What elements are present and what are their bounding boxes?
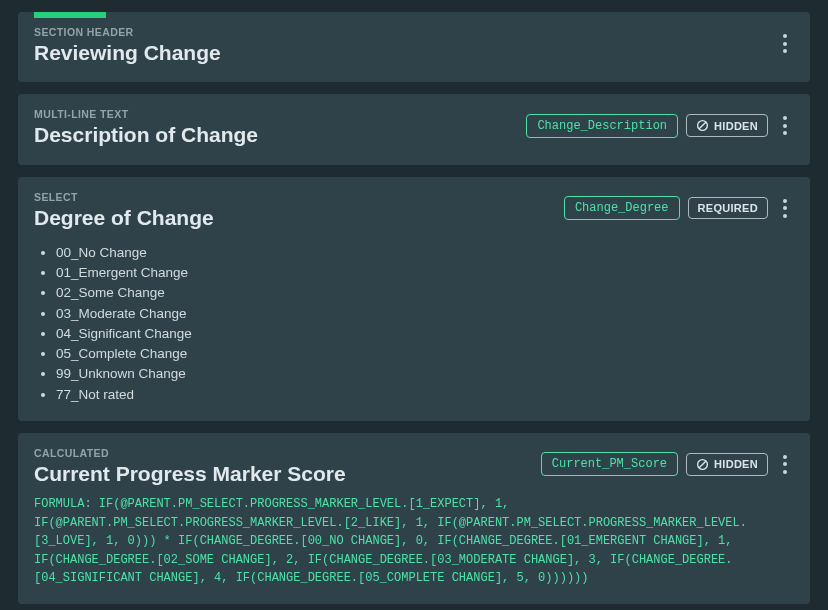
field-title: Current Progress Marker Score xyxy=(34,461,533,487)
field-card-select: SELECT Degree of Change Change_Degree RE… xyxy=(18,177,810,421)
card-header-row: SECTION HEADER Reviewing Change xyxy=(34,26,794,66)
more-options-button[interactable] xyxy=(776,451,794,478)
field-status-text: HIDDEN xyxy=(714,458,758,470)
card-header-left: CALCULATED Current Progress Marker Score xyxy=(34,447,533,487)
list-item: 03_Moderate Change xyxy=(56,304,794,324)
field-type-label: SELECT xyxy=(34,191,556,203)
field-card-calculated: CALCULATED Current Progress Marker Score… xyxy=(18,433,810,604)
field-card-section-header: SECTION HEADER Reviewing Change xyxy=(18,12,810,82)
field-status-text: HIDDEN xyxy=(714,120,758,132)
field-type-label: MULTI-LINE TEXT xyxy=(34,108,518,120)
field-status-text: REQUIRED xyxy=(698,202,758,214)
card-header-left: SELECT Degree of Change xyxy=(34,191,556,231)
more-options-button[interactable] xyxy=(776,195,794,222)
list-item: 01_Emergent Change xyxy=(56,263,794,283)
card-controls: Current_PM_Score HIDDEN xyxy=(541,451,794,478)
accent-bar xyxy=(34,12,106,18)
field-identifier-tag[interactable]: Current_PM_Score xyxy=(541,452,678,476)
more-options-button[interactable] xyxy=(776,30,794,57)
card-header-row: SELECT Degree of Change Change_Degree RE… xyxy=(34,191,794,231)
svg-line-3 xyxy=(699,461,706,468)
ban-icon xyxy=(696,458,709,471)
ban-icon xyxy=(696,119,709,132)
card-header-row: CALCULATED Current Progress Marker Score… xyxy=(34,447,794,487)
field-status-badge[interactable]: HIDDEN xyxy=(686,114,768,137)
field-card-multiline: MULTI-LINE TEXT Description of Change Ch… xyxy=(18,94,810,164)
list-item: 02_Some Change xyxy=(56,283,794,303)
field-title: Description of Change xyxy=(34,122,518,148)
field-identifier-tag[interactable]: Change_Degree xyxy=(564,196,680,220)
card-header-left: SECTION HEADER Reviewing Change xyxy=(34,26,768,66)
svg-line-1 xyxy=(699,122,706,129)
more-options-button[interactable] xyxy=(776,112,794,139)
field-identifier-tag[interactable]: Change_Description xyxy=(526,114,678,138)
field-type-label: SECTION HEADER xyxy=(34,26,768,38)
card-controls xyxy=(776,30,794,57)
list-item: 77_Not rated xyxy=(56,385,794,405)
card-header-left: MULTI-LINE TEXT Description of Change xyxy=(34,108,518,148)
card-controls: Change_Degree REQUIRED xyxy=(564,195,794,222)
list-item: 99_Unknown Change xyxy=(56,364,794,384)
list-item: 00_No Change xyxy=(56,243,794,263)
formula-text: FORMULA: IF(@PARENT.PM_SELECT.PROGRESS_M… xyxy=(34,495,794,588)
card-header-row: MULTI-LINE TEXT Description of Change Ch… xyxy=(34,108,794,148)
field-status-badge[interactable]: REQUIRED xyxy=(688,197,768,219)
field-title: Degree of Change xyxy=(34,205,556,231)
field-title: Reviewing Change xyxy=(34,40,768,66)
card-controls: Change_Description HIDDEN xyxy=(526,112,794,139)
list-item: 05_Complete Change xyxy=(56,344,794,364)
list-item: 04_Significant Change xyxy=(56,324,794,344)
field-type-label: CALCULATED xyxy=(34,447,533,459)
field-status-badge[interactable]: HIDDEN xyxy=(686,453,768,476)
select-options-list: 00_No Change 01_Emergent Change 02_Some … xyxy=(56,243,794,405)
